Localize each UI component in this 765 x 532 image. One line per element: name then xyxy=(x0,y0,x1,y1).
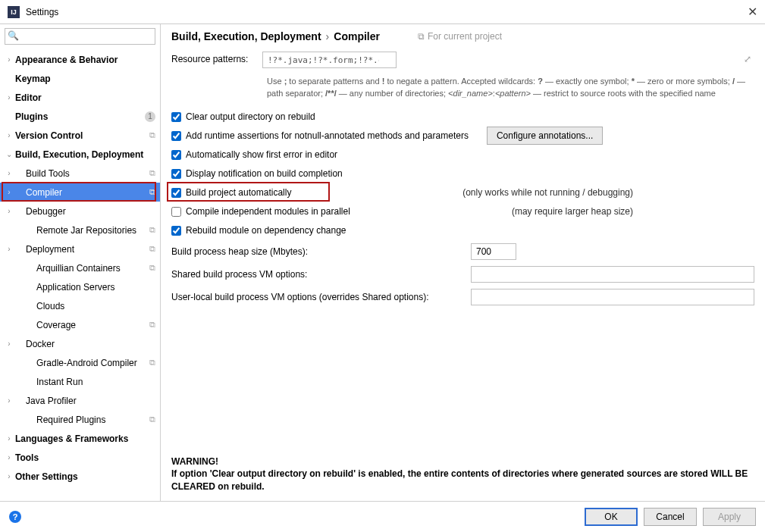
clear-output-checkbox[interactable] xyxy=(171,112,181,122)
sidebar-item-plugins[interactable]: Plugins1 xyxy=(0,107,160,126)
settings-tree[interactable]: ›Appearance & BehaviorKeymap›EditorPlugi… xyxy=(0,49,160,501)
display-notification-label: Display notification on build completion xyxy=(186,168,343,179)
sidebar-item-build-execution-deployment[interactable]: ⌄Build, Execution, Deployment xyxy=(0,145,160,164)
chevron-icon: › xyxy=(5,131,14,139)
sidebar-item-label: Instant Run xyxy=(36,377,155,387)
chevron-icon: › xyxy=(5,340,14,348)
sidebar-item-label: Coverage xyxy=(36,320,146,330)
project-scope-icon: ⧉ xyxy=(149,168,155,178)
help-icon[interactable]: ? xyxy=(9,511,21,523)
clear-output-label: Clear output directory on rebuild xyxy=(186,111,315,122)
sidebar-item-remote-jar-repositories[interactable]: Remote Jar Repositories⧉ xyxy=(0,221,160,239)
app-icon: IJ xyxy=(8,6,20,18)
sidebar-item-label: Debugger xyxy=(26,206,155,217)
configure-annotations-button[interactable]: Configure annotations... xyxy=(487,127,603,145)
chevron-icon: › xyxy=(5,434,14,443)
project-scope-icon: ⧉ xyxy=(149,263,155,273)
sidebar-item-deployment[interactable]: ›Deployment⧉ xyxy=(0,239,160,258)
search-input[interactable] xyxy=(5,28,155,45)
sidebar-item-label: Application Servers xyxy=(36,282,155,293)
auto-show-error-label: Automatically show first error in editor xyxy=(186,149,337,160)
chevron-icon: › xyxy=(5,169,14,177)
sidebar-item-appearance-behavior[interactable]: ›Appearance & Behavior xyxy=(0,50,160,69)
sidebar: 🔍 ›Appearance & BehaviorKeymap›EditorPlu… xyxy=(0,24,161,501)
project-scope-icon: ⧉ xyxy=(149,187,155,197)
add-runtime-assertions-label: Add runtime assertions for notnull-annot… xyxy=(186,130,469,141)
search-wrap: 🔍 xyxy=(0,24,160,49)
sidebar-item-debugger[interactable]: ›Debugger xyxy=(0,202,160,221)
sidebar-item-label: Plugins xyxy=(15,111,145,122)
sidebar-item-instant-run[interactable]: Instant Run xyxy=(0,372,160,391)
ok-button[interactable]: OK xyxy=(585,508,638,526)
build-automatically-note: (only works while not running / debuggin… xyxy=(462,187,754,198)
cancel-button[interactable]: Cancel xyxy=(644,508,697,526)
sidebar-item-label: Compiler xyxy=(26,187,146,198)
add-runtime-assertions-checkbox[interactable] xyxy=(171,131,181,141)
sidebar-item-java-profiler[interactable]: ›Java Profiler xyxy=(0,391,160,410)
project-scope-icon: ⧉ xyxy=(149,225,155,235)
dialog-footer: ? OK Cancel Apply xyxy=(0,501,765,532)
sidebar-item-version-control[interactable]: ›Version Control⧉ xyxy=(0,126,160,145)
sidebar-item-application-servers[interactable]: Application Servers xyxy=(0,277,160,296)
sidebar-item-label: Remote Jar Repositories xyxy=(36,225,146,236)
close-icon[interactable]: ✕ xyxy=(748,5,757,19)
sidebar-item-required-plugins[interactable]: Required Plugins⧉ xyxy=(0,410,160,429)
sidebar-item-label: Version Control xyxy=(15,130,146,141)
expand-icon[interactable]: ⤢ xyxy=(744,54,751,64)
sidebar-item-label: Docker xyxy=(26,339,155,349)
sidebar-item-label: Appearance & Behavior xyxy=(15,55,155,65)
heap-size-input[interactable] xyxy=(471,243,516,260)
sidebar-item-tools[interactable]: ›Tools xyxy=(0,448,160,467)
heap-size-label: Build process heap size (Mbytes): xyxy=(171,246,463,257)
compile-parallel-checkbox[interactable] xyxy=(171,207,181,217)
build-automatically-checkbox[interactable] xyxy=(171,188,181,198)
rebuild-on-dep-change-label: Rebuild module on dependency change xyxy=(186,225,346,236)
chevron-icon: › xyxy=(5,93,14,102)
display-notification-checkbox[interactable] xyxy=(171,169,181,179)
sidebar-item-arquillian-containers[interactable]: Arquillian Containers⧉ xyxy=(0,258,160,277)
chevron-icon: › xyxy=(5,396,14,405)
user-vm-label: User-local build process VM options (ove… xyxy=(171,292,463,302)
apply-button[interactable]: Apply xyxy=(703,508,756,526)
shared-vm-input[interactable] xyxy=(471,266,754,283)
resource-patterns-label: Resource patterns: xyxy=(171,52,262,64)
sidebar-item-label: Other Settings xyxy=(15,471,155,482)
rebuild-on-dep-change-checkbox[interactable] xyxy=(171,226,181,236)
project-scope-icon: ⧉ xyxy=(149,358,155,368)
sidebar-item-compiler[interactable]: ›Compiler⧉ xyxy=(0,183,160,202)
auto-show-error-checkbox[interactable] xyxy=(171,150,181,160)
sidebar-item-docker[interactable]: ›Docker xyxy=(0,334,160,353)
sidebar-item-label: Deployment xyxy=(26,244,146,255)
project-scope-icon: ⧉ xyxy=(149,244,155,254)
sidebar-item-label: Languages & Frameworks xyxy=(15,433,155,444)
sidebar-item-editor[interactable]: ›Editor xyxy=(0,88,160,107)
sidebar-item-label: Arquillian Containers xyxy=(36,263,146,274)
build-automatically-label: Build project automatically xyxy=(186,187,291,198)
sidebar-item-clouds[interactable]: Clouds xyxy=(0,296,160,315)
sidebar-item-other-settings[interactable]: ›Other Settings xyxy=(0,467,160,486)
chevron-icon: › xyxy=(5,55,14,64)
sidebar-item-label: Tools xyxy=(15,452,155,463)
compile-parallel-label: Compile independent modules in parallel xyxy=(186,206,350,217)
chevron-icon: › xyxy=(5,207,14,215)
chevron-icon: › xyxy=(5,453,14,462)
sidebar-item-keymap[interactable]: Keymap xyxy=(0,69,160,88)
shared-vm-label: Shared build process VM options: xyxy=(171,269,463,280)
resource-patterns-input[interactable] xyxy=(262,52,397,68)
warning-text: WARNING! If option 'Clear output directo… xyxy=(171,455,754,493)
sidebar-item-languages-frameworks[interactable]: ›Languages & Frameworks xyxy=(0,429,160,448)
project-scope-icon: ⧉ xyxy=(149,130,155,140)
chevron-icon: › xyxy=(5,245,14,253)
window-title: Settings xyxy=(26,7,58,17)
user-vm-input[interactable] xyxy=(471,289,754,305)
sidebar-item-build-tools[interactable]: ›Build Tools⧉ xyxy=(0,164,160,183)
main-panel: Build, Execution, Deployment›Compiler ⧉ … xyxy=(161,24,765,501)
titlebar: IJ Settings ✕ xyxy=(0,0,765,24)
sidebar-item-gradle-android-compiler[interactable]: Gradle-Android Compiler⧉ xyxy=(0,353,160,372)
project-scope-icon: ⧉ xyxy=(149,415,155,424)
resource-patterns-help: Use ; to separate patterns and ! to nega… xyxy=(267,76,754,100)
breadcrumb: Build, Execution, Deployment›Compiler xyxy=(171,30,380,42)
sidebar-item-label: Gradle-Android Compiler xyxy=(36,358,146,368)
sidebar-item-coverage[interactable]: Coverage⧉ xyxy=(0,315,160,334)
sidebar-item-label: Keymap xyxy=(15,74,155,84)
